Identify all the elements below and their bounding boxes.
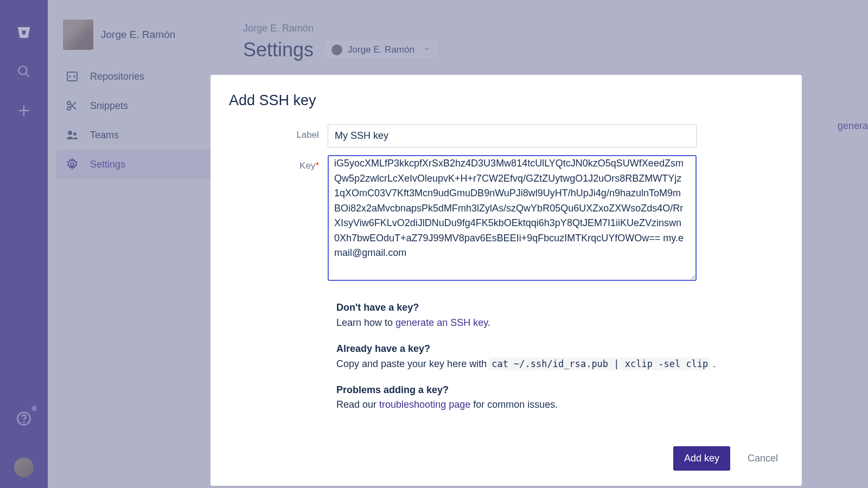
troubleshooting-link[interactable]: troubleshooting page xyxy=(379,399,470,410)
key-textarea[interactable] xyxy=(328,155,697,281)
modal-title: Add SSH key xyxy=(229,92,783,109)
label-input[interactable] xyxy=(328,124,697,147)
add-key-button[interactable]: Add key xyxy=(673,446,730,471)
add-ssh-key-modal: Add SSH key Label Key* Don't have a key?… xyxy=(210,75,802,486)
generate-ssh-key-link[interactable]: generate an SSH key xyxy=(395,317,488,328)
help-dont-have-title: Don't have a key? xyxy=(336,300,727,316)
copy-command-code: cat ~/.ssh/id_rsa.pub | xclip -sel clip xyxy=(489,357,710,370)
modal-actions: Add key Cancel xyxy=(229,446,783,471)
help-block: Don't have a key? Learn how to generate … xyxy=(336,300,727,423)
help-already-have-title: Already have a key? xyxy=(336,342,727,357)
cancel-button[interactable]: Cancel xyxy=(742,446,783,471)
help-problems-title: Problems adding a key? xyxy=(336,383,727,398)
key-field-label: Key* xyxy=(229,155,328,283)
label-field-label: Label xyxy=(229,124,328,147)
